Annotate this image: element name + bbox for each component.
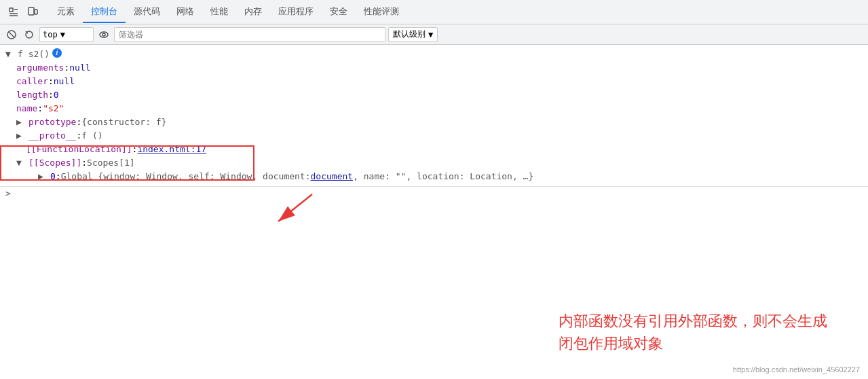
prop-val-caller: null — [54, 75, 75, 88]
tab-performance-insights[interactable]: 性能评测 — [356, 1, 407, 23]
prop-function-location: [[FunctionLocation]] : index.html:17 — [0, 143, 868, 156]
tab-sources[interactable]: 源代码 — [126, 1, 168, 23]
prop-val-global: Global {window: Window, self: Window, do… — [61, 170, 311, 183]
svg-rect-0 — [10, 8, 13, 12]
prop-scopes[interactable]: ▼ [[Scopes]] : Scopes[1] — [0, 156, 868, 170]
proto-arrow[interactable]: ▶ — [16, 130, 26, 142]
inspect-icon[interactable] — [5, 4, 22, 20]
log-level-chevron: ▼ — [428, 30, 433, 39]
console-prompt: > — [5, 188, 11, 198]
prop-key-zero: 0 — [50, 170, 56, 183]
prop-proto[interactable]: ▶ __proto__ : f () — [0, 129, 868, 143]
log-level-selector[interactable]: 默认级别 ▼ — [388, 27, 438, 42]
filter-input[interactable] — [114, 27, 385, 42]
device-icon[interactable] — [24, 4, 41, 20]
top-nav: 元素 控制台 源代码 网络 性能 内存 应用程序 安全 性能评测 — [0, 0, 868, 24]
prop-length: length : 0 — [0, 88, 868, 102]
global-scope-arrow[interactable]: ▶ — [38, 170, 48, 183]
prop-val-global-rest: , name: "", location: Location, …} — [353, 170, 533, 183]
context-selector[interactable]: top ▼ — [39, 27, 94, 42]
prop-key-length: length — [16, 89, 48, 101]
prop-val-arguments: null — [69, 62, 90, 74]
prop-key-function-location: [[FunctionLocation]] — [26, 143, 132, 156]
prop-key-scopes: [[Scopes]] — [29, 157, 81, 169]
prop-arguments: arguments : null — [0, 61, 868, 75]
svg-point-10 — [100, 32, 108, 37]
source-url: https://blog.csdn.net/weixin_45602227 — [733, 365, 860, 374]
tab-security[interactable]: 安全 — [322, 1, 356, 23]
console-input[interactable] — [15, 188, 863, 198]
prop-key-arguments: arguments — [16, 62, 64, 74]
function-label: f s2() — [18, 48, 50, 60]
tab-application[interactable]: 应用程序 — [270, 1, 322, 23]
prototype-arrow[interactable]: ▶ — [16, 116, 26, 128]
prop-scope-global[interactable]: ▶ 0 : Global {window: Window, self: Wind… — [0, 170, 868, 183]
svg-rect-4 — [29, 7, 34, 15]
prop-key-prototype: prototype — [29, 116, 76, 128]
scopes-arrow[interactable]: ▼ — [16, 157, 26, 169]
annotation-text: 内部函数没有引用外部函数，则不会生成 闭包作用域对象 — [559, 310, 827, 355]
tab-console[interactable]: 控制台 — [83, 1, 126, 23]
console-input-area[interactable]: > — [0, 186, 868, 200]
info-icon[interactable]: i — [52, 48, 62, 58]
prop-key-proto: __proto__ — [29, 130, 76, 142]
console-toolbar: top ▼ 默认级别 ▼ — [0, 24, 868, 45]
prop-caller: caller : null — [0, 75, 868, 88]
expand-arrow[interactable]: ▼ — [5, 48, 15, 60]
prop-val-scopes: Scopes[1] — [87, 157, 134, 169]
annotation-line2: 闭包作用域对象 — [559, 332, 827, 355]
prop-val-function-location[interactable]: index.html:17 — [137, 143, 206, 156]
filter-icon[interactable] — [22, 27, 37, 42]
log-level-label: 默认级别 — [393, 29, 426, 40]
svg-line-7 — [9, 32, 14, 37]
prop-key-name: name — [16, 103, 37, 115]
svg-point-11 — [102, 33, 105, 36]
eye-icon[interactable] — [96, 27, 111, 42]
tab-elements[interactable]: 元素 — [49, 1, 83, 23]
context-value: top — [43, 30, 58, 39]
tab-memory[interactable]: 内存 — [236, 1, 270, 23]
prop-val-name: "s2" — [43, 103, 64, 115]
nav-icon-group — [5, 4, 41, 20]
clear-console-button[interactable] — [4, 27, 19, 42]
tab-network[interactable]: 网络 — [168, 1, 202, 23]
prop-name: name : "s2" — [0, 102, 868, 115]
tab-performance[interactable]: 性能 — [202, 1, 236, 23]
svg-rect-5 — [35, 10, 37, 14]
prop-val-prototype: {constructor: f} — [81, 116, 166, 128]
document-link[interactable]: document — [311, 170, 354, 183]
chevron-down-icon: ▼ — [60, 30, 65, 39]
prop-key-caller: caller — [16, 75, 48, 88]
prop-val-length: 0 — [54, 89, 59, 101]
function-header-line[interactable]: ▼ f s2() i — [0, 48, 868, 61]
console-output: ▼ f s2() i arguments : null caller : nul… — [0, 45, 868, 379]
annotation-line1: 内部函数没有引用外部函数，则不会生成 — [559, 310, 827, 332]
prop-val-proto: f () — [81, 130, 102, 142]
prop-prototype[interactable]: ▶ prototype : {constructor: f} — [0, 115, 868, 129]
